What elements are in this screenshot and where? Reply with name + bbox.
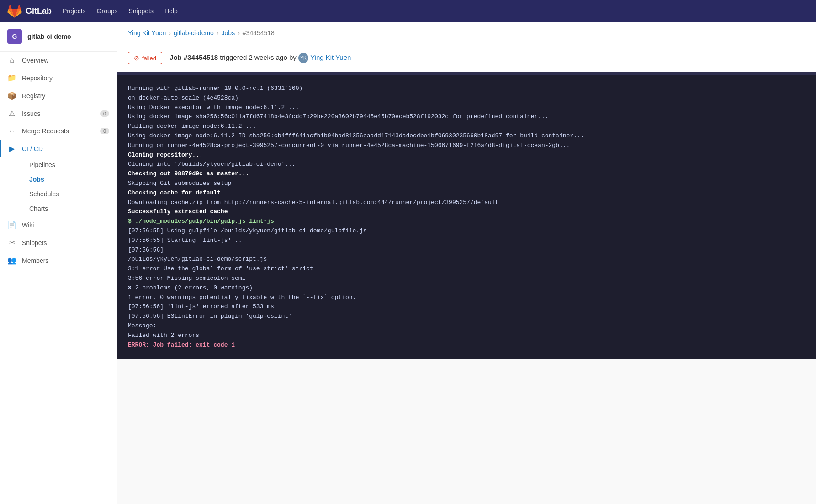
project-name: gitlab-ci-demo [27, 33, 71, 40]
merge-requests-badge: 0 [100, 128, 109, 134]
console-line: /builds/ykyuen/gitlab-ci-demo/script.js [128, 255, 805, 264]
folder-icon: 📁 [7, 74, 16, 82]
breadcrumb-user[interactable]: Ying Kit Yuen [128, 29, 166, 37]
job-number: Job #34454518 [170, 53, 218, 61]
breadcrumb: Ying Kit Yuen › gitlab-ci-demo › Jobs › … [117, 22, 816, 44]
failed-badge: ⊘ failed [128, 52, 162, 64]
top-navigation: GitLab Projects Groups Snippets Help [0, 0, 816, 22]
issues-badge: 0 [100, 110, 109, 117]
sidebar-item-members[interactable]: 👥 Members [0, 252, 117, 269]
sidebar-label-wiki: Wiki [22, 221, 34, 229]
sidebar-label-ci-cd: CI / CD [22, 145, 43, 152]
project-avatar: G [7, 29, 22, 44]
nav-groups[interactable]: Groups [97, 7, 118, 15]
snippets-icon: ✂ [7, 238, 16, 247]
user-avatar: YK [298, 53, 308, 63]
sidebar-item-ci-cd[interactable]: ▶ CI / CD [0, 140, 117, 158]
sidebar-label-snippets: Snippets [22, 239, 47, 247]
sidebar-label-registry: Registry [22, 92, 45, 100]
failed-label: failed [142, 55, 156, 62]
console-line: [07:56:55] Starting 'lint-js'... [128, 236, 805, 246]
sidebar-item-overview[interactable]: ⌂ Overview [0, 52, 117, 69]
job-header: ⊘ failed Job #34454518 triggered 2 weeks… [117, 44, 816, 72]
console-line: Cloning into '/builds/ykyuen/gitlab-ci-d… [128, 160, 805, 169]
sidebar-item-merge-requests[interactable]: ↔ Merge Requests 0 [0, 122, 117, 140]
sidebar-item-wiki[interactable]: 📄 Wiki [0, 216, 117, 234]
sidebar: G gitlab-ci-demo ⌂ Overview 📁 Repository… [0, 22, 117, 504]
sidebar-item-repository[interactable]: 📁 Repository [0, 69, 117, 87]
sidebar-label-issues: Issues [22, 110, 40, 117]
nav-projects[interactable]: Projects [63, 7, 86, 15]
merge-icon: ↔ [7, 127, 16, 135]
console-line: [07:56:56] 'lint-js' errored after 533 m… [128, 302, 805, 312]
console-line: $ ./node_modules/gulp/bin/gulp.js lint-j… [128, 217, 805, 226]
console-line: Failed with 2 errors [128, 331, 805, 341]
ci-icon: ▶ [7, 144, 16, 153]
console-wrapper: Running with gitlab-runner 10.0.0-rc.1 (… [117, 72, 816, 359]
sidebar-label-merge-requests: Merge Requests [22, 127, 69, 135]
sidebar-label-repository: Repository [22, 74, 53, 82]
sidebar-item-snippets[interactable]: ✂ Snippets [0, 234, 117, 252]
project-header[interactable]: G gitlab-ci-demo [0, 22, 117, 52]
console-line: Running on runner-4e4528ca-project-39952… [128, 141, 805, 151]
package-icon: 📦 [7, 91, 16, 100]
gitlab-logo[interactable]: GitLab [7, 4, 52, 18]
console-line: ✖ 2 problems (2 errors, 0 warnings) [128, 284, 805, 293]
sidebar-label-overview: Overview [22, 57, 48, 64]
console-line: Running with gitlab-runner 10.0.0-rc.1 (… [128, 84, 805, 94]
console-line: Downloading cache.zip from http://runner… [128, 198, 805, 208]
console-line: Message: [128, 321, 805, 331]
console-output: Running with gitlab-runner 10.0.0-rc.1 (… [117, 75, 816, 359]
console-line: Checking out 98879d9c as master... [128, 169, 805, 179]
job-title: Job #34454518 triggered 2 weeks ago by Y… [170, 53, 351, 63]
console-line: 3:56 error Missing semicolon semi [128, 274, 805, 284]
console-line: Using Docker executor with image node:6.… [128, 103, 805, 113]
sidebar-item-registry[interactable]: 📦 Registry [0, 87, 117, 105]
console-line: Successfully extracted cache [128, 207, 805, 217]
sidebar-label-members: Members [22, 257, 48, 264]
breadcrumb-project[interactable]: gitlab-ci-demo [174, 29, 214, 37]
sidebar-item-charts[interactable]: Charts [22, 201, 117, 216]
fail-icon: ⊘ [134, 54, 139, 62]
breadcrumb-job-id: #34454518 [243, 29, 275, 37]
console-line: 3:1 error Use the global form of 'use st… [128, 264, 805, 274]
console-line: on docker-auto-scale (4e4528ca) [128, 94, 805, 103]
ci-cd-submenu: Pipelines Jobs Schedules Charts [0, 158, 117, 216]
console-line: Checking cache for default... [128, 189, 805, 198]
breadcrumb-jobs[interactable]: Jobs [222, 29, 235, 37]
sidebar-item-jobs[interactable]: Jobs [22, 172, 117, 187]
console-line: Skipping Git submodules setup [128, 179, 805, 189]
console-line: Pulling docker image node:6.11.2 ... [128, 122, 805, 131]
console-line: Cloning repository... [128, 151, 805, 160]
main-content: Ying Kit Yuen › gitlab-ci-demo › Jobs › … [117, 22, 816, 504]
console-line: 1 error, 0 warnings potentially fixable … [128, 293, 805, 303]
home-icon: ⌂ [7, 56, 16, 64]
nav-help[interactable]: Help [164, 7, 178, 15]
nav-snippets[interactable]: Snippets [129, 7, 154, 15]
console-line: Using docker image node:6.11.2 ID=sha256… [128, 131, 805, 141]
active-indicator [0, 140, 1, 158]
sidebar-item-pipelines[interactable]: Pipelines [22, 158, 117, 172]
user-link[interactable]: Ying Kit Yuen [310, 53, 351, 61]
console-line: [07:56:55] Using gulpfile /builds/ykyuen… [128, 226, 805, 236]
wiki-icon: 📄 [7, 220, 16, 229]
issues-icon: ⚠ [7, 109, 16, 118]
console-line: [07:56:56] [128, 246, 805, 255]
sidebar-item-issues[interactable]: ⚠ Issues 0 [0, 105, 117, 122]
sidebar-item-schedules[interactable]: Schedules [22, 187, 117, 201]
console-line: ERROR: Job failed: exit code 1 [128, 341, 805, 350]
members-icon: 👥 [7, 256, 16, 265]
console-line: Using docker image sha256:56c011a7fd6741… [128, 112, 805, 122]
console-line: [07:56:56] ESLintError in plugin 'gulp-e… [128, 312, 805, 321]
